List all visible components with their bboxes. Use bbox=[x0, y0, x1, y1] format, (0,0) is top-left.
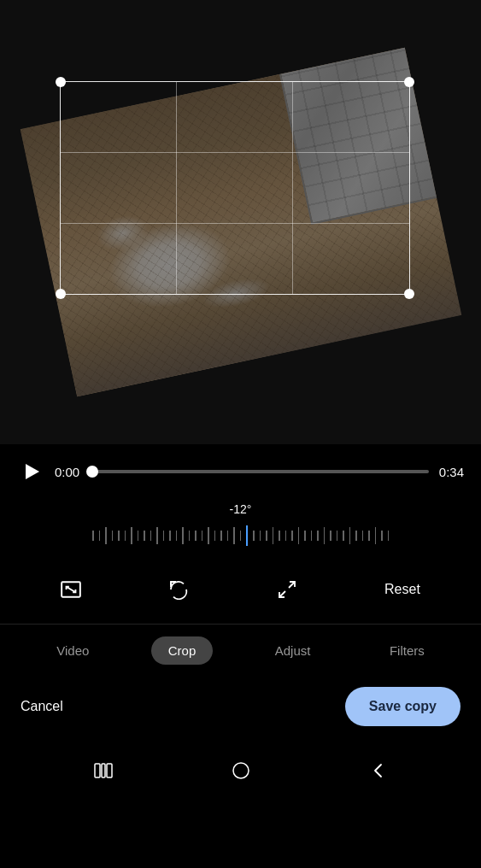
crop-handle-bottom-left[interactable] bbox=[56, 289, 66, 299]
bottom-actions: Cancel Save copy bbox=[0, 677, 481, 740]
tick bbox=[195, 531, 197, 541]
reset-button[interactable]: Reset bbox=[374, 575, 431, 604]
tick bbox=[176, 531, 178, 541]
tick bbox=[324, 527, 326, 544]
fullscreen-button[interactable] bbox=[267, 569, 308, 610]
video-timeline: 0:00 0:34 bbox=[0, 444, 481, 499]
aspect-ratio-button[interactable] bbox=[50, 569, 91, 610]
rotate-icon bbox=[168, 579, 189, 600]
tick bbox=[311, 531, 313, 541]
rotation-control: -12° bbox=[0, 499, 481, 559]
rotation-value-label: -12° bbox=[230, 502, 252, 516]
play-button[interactable] bbox=[17, 458, 44, 485]
svg-rect-4 bbox=[95, 764, 100, 777]
time-total: 0:34 bbox=[439, 465, 464, 479]
tick bbox=[298, 527, 300, 544]
rotation-center-tick bbox=[246, 525, 248, 546]
tab-crop[interactable]: Crop bbox=[151, 636, 214, 665]
crop-handle-top-right[interactable] bbox=[404, 77, 414, 87]
time-current: 0:00 bbox=[55, 465, 79, 479]
tick bbox=[233, 527, 235, 544]
tick bbox=[349, 527, 351, 544]
tick bbox=[182, 527, 184, 544]
tick bbox=[189, 531, 191, 541]
back-button[interactable] bbox=[361, 754, 396, 788]
svg-line-1 bbox=[67, 587, 76, 593]
recent-apps-button[interactable] bbox=[86, 754, 120, 788]
tick bbox=[105, 527, 107, 544]
svg-line-3 bbox=[279, 591, 285, 597]
back-icon bbox=[370, 762, 387, 779]
home-button[interactable] bbox=[224, 754, 258, 788]
tick bbox=[343, 531, 344, 541]
tick bbox=[92, 531, 94, 541]
tick bbox=[202, 531, 203, 541]
tick-marks bbox=[0, 525, 481, 546]
tick bbox=[156, 527, 158, 544]
rotate-button[interactable] bbox=[158, 569, 199, 610]
tick bbox=[112, 531, 114, 541]
image-preview-area bbox=[0, 0, 481, 444]
tool-buttons-row: Reset bbox=[0, 559, 481, 624]
controls-panel: 0:00 0:34 -12° bbox=[0, 444, 481, 805]
tick bbox=[131, 527, 132, 544]
scrubber-thumb[interactable] bbox=[86, 466, 98, 478]
crop-handle-top-left[interactable] bbox=[56, 77, 66, 87]
tick bbox=[291, 531, 293, 541]
scrubber-track[interactable] bbox=[90, 470, 429, 473]
tab-filters[interactable]: Filters bbox=[372, 636, 442, 665]
tick bbox=[220, 531, 222, 541]
tick bbox=[375, 527, 377, 544]
tick bbox=[150, 531, 152, 541]
home-icon bbox=[231, 760, 251, 781]
svg-rect-6 bbox=[107, 764, 112, 777]
edit-tab-bar: Video Crop Adjust Filters bbox=[0, 625, 481, 677]
play-icon bbox=[26, 464, 39, 479]
tick bbox=[163, 531, 165, 541]
aspect-ratio-icon bbox=[60, 578, 82, 601]
rotation-slider[interactable] bbox=[0, 523, 481, 548]
tick bbox=[330, 531, 331, 541]
tick bbox=[118, 531, 120, 541]
tick bbox=[138, 531, 139, 541]
tab-adjust[interactable]: Adjust bbox=[258, 636, 328, 665]
tick bbox=[381, 531, 383, 541]
tick bbox=[337, 531, 338, 541]
tick bbox=[99, 531, 101, 541]
tick bbox=[169, 531, 171, 541]
tick bbox=[240, 531, 242, 541]
svg-point-7 bbox=[233, 763, 249, 778]
crop-box[interactable] bbox=[60, 81, 410, 295]
tick bbox=[273, 527, 274, 544]
tick bbox=[125, 531, 126, 541]
cancel-button[interactable]: Cancel bbox=[21, 699, 63, 714]
tick bbox=[208, 527, 209, 544]
tick bbox=[266, 531, 267, 541]
tick bbox=[355, 531, 357, 541]
tick bbox=[279, 531, 280, 541]
svg-rect-5 bbox=[102, 764, 105, 777]
tick bbox=[144, 531, 145, 541]
save-copy-button[interactable]: Save copy bbox=[345, 687, 460, 726]
system-nav-bar bbox=[0, 740, 481, 805]
tick bbox=[214, 531, 216, 541]
tick bbox=[260, 531, 261, 541]
tick bbox=[317, 531, 319, 541]
tick bbox=[227, 531, 229, 541]
tick bbox=[388, 531, 390, 541]
tick bbox=[304, 531, 306, 541]
scrubber-track-container[interactable] bbox=[90, 470, 429, 473]
tab-video[interactable]: Video bbox=[39, 636, 106, 665]
crop-handle-bottom-right[interactable] bbox=[404, 289, 414, 299]
recent-apps-icon bbox=[94, 763, 113, 778]
svg-line-2 bbox=[289, 582, 295, 588]
tick bbox=[362, 531, 364, 541]
tick bbox=[253, 531, 255, 541]
tick bbox=[368, 531, 370, 541]
tick bbox=[285, 531, 287, 541]
fullscreen-icon bbox=[277, 579, 297, 600]
